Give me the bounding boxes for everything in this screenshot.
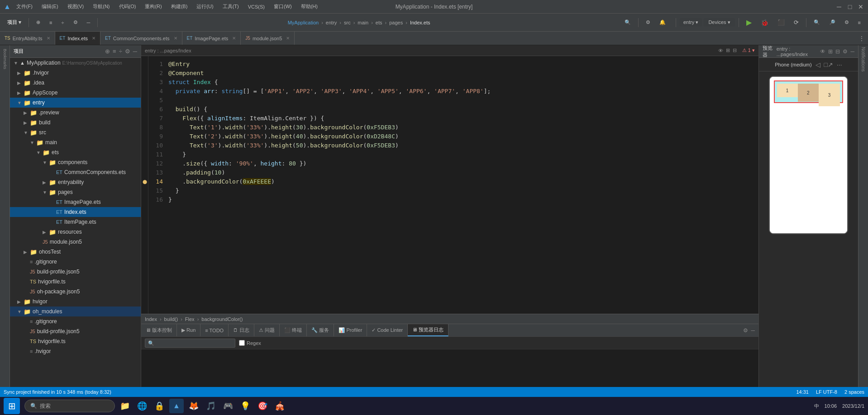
- split-btn[interactable]: ÷: [57, 19, 67, 27]
- menu-edit[interactable]: 编辑(E): [38, 2, 62, 11]
- add-btn[interactable]: ⊕: [33, 18, 44, 27]
- tab-index[interactable]: ET Index.ets ✕: [55, 32, 100, 45]
- sidebar-item-ets[interactable]: ▼ 📁 ets: [10, 147, 141, 157]
- regex-checkbox[interactable]: [239, 340, 245, 346]
- preview-settings-icon[interactable]: ⚙: [843, 48, 848, 55]
- sidebar-item-module-json[interactable]: ▶ J5 module.json5: [10, 237, 141, 247]
- sidebar-item-hvigor2[interactable]: ▶ 📁 hvigor: [10, 297, 141, 307]
- taskbar-search[interactable]: 🔍 搜索: [24, 400, 115, 412]
- preview-nav-back[interactable]: ◁: [816, 61, 820, 68]
- editor-cols-icon[interactable]: ⊟: [733, 47, 737, 53]
- sidebar-item-build-profile[interactable]: ▶ J5 build-profile.json5: [10, 267, 141, 277]
- sidebar-icon-2[interactable]: ≡: [113, 48, 116, 55]
- menu-vcs[interactable]: VCS(S): [244, 3, 268, 11]
- tab-profiler[interactable]: 📊 Profiler: [334, 324, 367, 336]
- settings-btn[interactable]: ⚙: [70, 18, 81, 27]
- tab-log[interactable]: 🗒 日志: [229, 324, 254, 336]
- sidebar-item-main[interactable]: ▼ 📁 main: [10, 137, 141, 147]
- preview-grid-icon[interactable]: ⊞: [828, 48, 833, 55]
- sidebar-item-preview[interactable]: ▶ 📁 .preview: [10, 108, 141, 118]
- collapse-btn[interactable]: ─: [83, 19, 94, 27]
- sidebar-item-itempage[interactable]: ▶ ET ItemPage.ets: [10, 217, 141, 227]
- tab-module-close[interactable]: ✕: [286, 36, 290, 41]
- taskbar-app4[interactable]: 🎯: [255, 399, 270, 413]
- preview-nav-share[interactable]: □↗: [824, 61, 833, 68]
- sidebar-icon-gear[interactable]: ⚙: [125, 48, 130, 55]
- settings-btn2[interactable]: ⚙: [841, 18, 853, 27]
- attach-btn[interactable]: ⬛: [774, 18, 788, 27]
- menu-code[interactable]: 代码(O): [115, 2, 140, 11]
- bc-entry[interactable]: entry: [326, 20, 337, 25]
- notifications-side-icon[interactable]: Notifications: [861, 47, 866, 71]
- taskbar-lock[interactable]: 🔒: [152, 399, 167, 413]
- bc-pages[interactable]: pages: [389, 20, 403, 25]
- tab-more-btn[interactable]: ⋮: [855, 32, 868, 45]
- log-search-input[interactable]: [145, 339, 235, 348]
- sidebar-item-hvigor3[interactable]: ▶ ≡ .hvigor: [10, 346, 141, 356]
- menu-tools[interactable]: 工具(T): [219, 2, 243, 11]
- sidebar-icon-3[interactable]: ÷: [119, 48, 122, 55]
- settings-gear-btn[interactable]: ⚙: [642, 18, 654, 27]
- tab-imagepage[interactable]: ET ImagePage.ets ✕: [182, 32, 241, 45]
- sidebar-item-pages[interactable]: ▼ 📁 pages: [10, 187, 141, 197]
- tab-common-close[interactable]: ✕: [174, 36, 177, 41]
- taskbar-files[interactable]: 📁: [118, 399, 132, 413]
- sidebar-item-components[interactable]: ▼ 📁 components: [10, 157, 141, 167]
- debug-btn[interactable]: 🐞: [757, 18, 772, 28]
- bottom-settings-icon[interactable]: ⚙: [743, 327, 748, 334]
- replace-btn[interactable]: 🔎: [825, 18, 839, 27]
- tab-todo[interactable]: ≡ TODO: [200, 324, 229, 336]
- tab-preview-log[interactable]: 🖥 预览器日志: [408, 324, 448, 336]
- menu-file[interactable]: 文件(F): [13, 2, 36, 11]
- preview-minus-icon[interactable]: ─: [850, 48, 854, 55]
- project-dropdown-btn[interactable]: 项目 ▾: [4, 18, 25, 27]
- preview-cols-icon[interactable]: ⊟: [835, 48, 840, 55]
- editor-grid-icon[interactable]: ⊞: [726, 47, 730, 53]
- sidebar-item-index[interactable]: ▶ ET Index.ets: [10, 207, 141, 217]
- tab-common[interactable]: ET CommonComponents.ets ✕: [100, 32, 182, 45]
- start-button[interactable]: ⊞: [4, 398, 20, 414]
- taskbar-deveco[interactable]: ▲: [169, 399, 184, 413]
- tab-entryability-close[interactable]: ✕: [47, 36, 50, 41]
- sidebar-item-appscope[interactable]: ▶ 📁 AppScope: [10, 88, 141, 98]
- win-close-btn[interactable]: ✕: [857, 3, 864, 10]
- sidebar-icon-collapse[interactable]: ─: [133, 48, 137, 55]
- entry-dropdown-btn[interactable]: entry ▾: [680, 18, 702, 27]
- preview-nav-more[interactable]: ···: [837, 61, 842, 68]
- taskbar-browser[interactable]: 🌐: [135, 399, 149, 413]
- bc-app[interactable]: MyApplication: [288, 20, 319, 25]
- tab-index-close[interactable]: ✕: [92, 36, 95, 41]
- tab-module[interactable]: J5 module.json5 ✕: [241, 32, 295, 45]
- code-content[interactable]: @Entry @Component struct Index { private…: [165, 56, 758, 314]
- win-minimize-btn[interactable]: ─: [835, 3, 843, 10]
- run-btn[interactable]: ▶: [743, 17, 755, 28]
- sidebar-root[interactable]: ▼ ▲ MyApplication E:\HarmonyOS\MyApplica…: [10, 58, 141, 68]
- tab-services[interactable]: 🔧 服务: [307, 324, 334, 336]
- bc-file[interactable]: Index.ets: [410, 20, 430, 25]
- notifications-btn[interactable]: 🔔: [656, 18, 669, 27]
- sidebar-item-build[interactable]: ▶ 📁 build: [10, 118, 141, 127]
- bc-main[interactable]: main: [358, 20, 368, 25]
- tab-script-control[interactable]: 🖥 版本控制: [141, 324, 177, 336]
- sidebar-item-hvigorfile2[interactable]: ▶ TS hvigorfile.ts: [10, 336, 141, 346]
- menu-view[interactable]: 视图(V): [64, 2, 88, 11]
- no-devices-btn[interactable]: Devices ▾: [704, 18, 734, 27]
- menu-window[interactable]: 窗口(W): [270, 2, 296, 11]
- sidebar-item-hvigorfile[interactable]: ▶ TS hvigorfile.ts: [10, 277, 141, 287]
- tab-entryability[interactable]: TS EntryAbility.ts ✕: [0, 32, 55, 45]
- tab-problems[interactable]: ⚠ 问题: [254, 324, 280, 336]
- tab-codelinter[interactable]: ✓ Code Linter: [367, 324, 408, 336]
- list-btn[interactable]: ≡: [46, 19, 56, 27]
- tab-terminal[interactable]: ⬛ 终端: [280, 324, 307, 336]
- taskbar-git[interactable]: 🦊: [186, 399, 201, 413]
- menu-refactor[interactable]: 重构(R): [141, 2, 165, 11]
- menu-btn[interactable]: ≡: [854, 19, 864, 27]
- bc-src[interactable]: src: [344, 20, 351, 25]
- taskbar-app1[interactable]: 🎵: [204, 399, 218, 413]
- bc-ets[interactable]: ets: [376, 20, 382, 25]
- menu-help[interactable]: 帮助(H): [297, 2, 321, 11]
- menu-build[interactable]: 构建(B): [167, 2, 191, 11]
- bottom-minus-icon[interactable]: ─: [751, 327, 755, 334]
- win-maximize-btn[interactable]: □: [846, 3, 854, 10]
- editor-eye-icon[interactable]: 👁: [718, 48, 723, 53]
